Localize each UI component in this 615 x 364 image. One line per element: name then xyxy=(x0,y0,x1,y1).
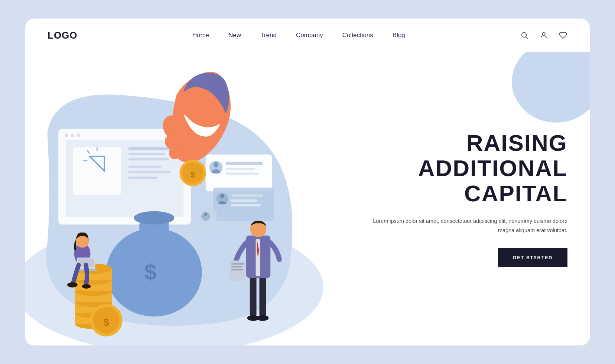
svg-rect-21 xyxy=(128,177,158,179)
svg-rect-32 xyxy=(231,194,264,197)
nav-link-home[interactable]: Home xyxy=(192,32,209,39)
svg-rect-27 xyxy=(226,173,259,175)
svg-point-37 xyxy=(204,212,208,216)
nav-item-company[interactable]: Company xyxy=(296,32,323,39)
svg-rect-71 xyxy=(231,263,244,264)
hero-description: Lorem ipsum dolor sit amet, consectetuer… xyxy=(371,217,567,235)
svg-point-61 xyxy=(67,282,78,287)
logo: LOGO xyxy=(48,30,78,41)
user-icon[interactable] xyxy=(539,31,548,40)
svg-rect-17 xyxy=(128,153,165,155)
nav-icons xyxy=(520,31,567,40)
nav-item-new[interactable]: New xyxy=(228,32,241,39)
page-wrapper: LOGO Home New Trend Company Collections … xyxy=(25,19,590,345)
svg-point-62 xyxy=(82,284,91,289)
blob-top-right-decoration xyxy=(512,52,590,123)
svg-rect-34 xyxy=(231,204,261,207)
nav-item-blog[interactable]: Blog xyxy=(393,32,405,39)
heading-line2: ADDITIONAL xyxy=(418,155,567,181)
svg-point-40 xyxy=(134,211,174,225)
get-started-button[interactable]: GET STARTED xyxy=(498,248,567,267)
nav-link-trend[interactable]: Trend xyxy=(260,32,277,39)
svg-rect-25 xyxy=(226,162,263,165)
svg-rect-73 xyxy=(231,269,243,270)
right-content: RAISING ADDITIONAL CAPITAL Lorem ipsum d… xyxy=(364,52,590,345)
search-icon[interactable] xyxy=(520,31,529,40)
nav-link-collections[interactable]: Collections xyxy=(342,32,373,39)
svg-rect-33 xyxy=(231,199,257,202)
svg-point-2 xyxy=(542,33,545,35)
nav-link-blog[interactable]: Blog xyxy=(393,32,405,39)
heading-line1: RAISING xyxy=(466,130,567,156)
svg-rect-64 xyxy=(259,276,266,316)
heart-icon[interactable] xyxy=(559,31,567,40)
svg-rect-20 xyxy=(128,171,171,173)
svg-point-6 xyxy=(71,134,74,137)
svg-rect-26 xyxy=(226,168,255,170)
nav-link-new[interactable]: New xyxy=(228,32,241,39)
illustration-area: $ $ xyxy=(25,52,364,345)
nav-item-home[interactable]: Home xyxy=(192,32,209,39)
svg-rect-19 xyxy=(128,166,162,168)
nav-links: Home New Trend Company Collections Blog xyxy=(192,32,405,39)
svg-point-7 xyxy=(77,134,80,137)
main-content: $ $ xyxy=(25,52,590,345)
svg-rect-9 xyxy=(73,147,121,195)
svg-rect-16 xyxy=(128,147,173,150)
svg-text:$: $ xyxy=(103,316,109,328)
nav-item-trend[interactable]: Trend xyxy=(260,32,277,39)
svg-line-1 xyxy=(526,37,528,39)
svg-point-66 xyxy=(257,315,269,321)
svg-point-24 xyxy=(214,162,219,168)
navbar: LOGO Home New Trend Company Collections … xyxy=(25,19,590,52)
svg-point-30 xyxy=(220,194,224,198)
svg-text:$: $ xyxy=(191,170,195,179)
svg-point-5 xyxy=(65,134,68,137)
svg-rect-63 xyxy=(250,276,257,316)
nav-item-collections[interactable]: Collections xyxy=(342,32,373,39)
hero-heading: RAISING ADDITIONAL CAPITAL xyxy=(371,130,567,207)
nav-link-company[interactable]: Company xyxy=(296,32,323,39)
heading-line3: CAPITAL xyxy=(464,181,567,206)
svg-rect-72 xyxy=(231,266,242,267)
svg-rect-18 xyxy=(128,158,169,160)
svg-text:$: $ xyxy=(144,260,157,285)
